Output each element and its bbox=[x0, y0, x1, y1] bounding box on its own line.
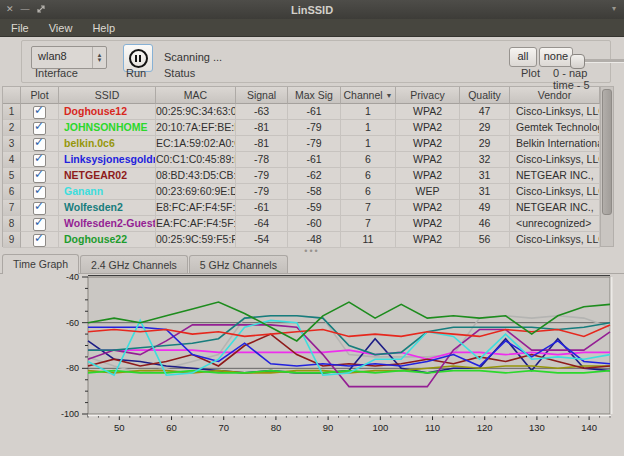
menu-view[interactable]: View bbox=[49, 22, 73, 34]
tab-time-graph[interactable]: Time Graph bbox=[2, 254, 79, 274]
table-row[interactable]: 3✓belkin.0c6EC:1A:59:02:A0:C6-81-791WPA2… bbox=[3, 136, 600, 152]
plot-cell: ✓ bbox=[21, 120, 59, 136]
spinner-arrows-icon[interactable]: ▲▼ bbox=[92, 47, 106, 68]
menu-help[interactable]: Help bbox=[92, 22, 115, 34]
channel-cell: 11 bbox=[341, 232, 396, 248]
quality-cell: 32 bbox=[460, 152, 510, 168]
max-sig-cell: -59 bbox=[288, 200, 341, 216]
table-row[interactable]: 2✓JOHNSONHOME20:10:7A:EF:BE:EF-81-791WPA… bbox=[3, 120, 600, 136]
svg-text:-40: -40 bbox=[66, 274, 79, 282]
splitter-handle[interactable]: ••• bbox=[0, 247, 624, 254]
max-sig-cell: -58 bbox=[288, 184, 341, 200]
svg-text:-80: -80 bbox=[66, 363, 79, 373]
header-mac[interactable]: MAC bbox=[156, 87, 236, 104]
max-sig-cell: -61 bbox=[288, 104, 341, 120]
quality-cell: 47 bbox=[460, 104, 510, 120]
svg-text:-100: -100 bbox=[61, 409, 79, 419]
tab-5ghz-channels[interactable]: 5 GHz Channels bbox=[189, 255, 288, 273]
plot-checkbox[interactable]: ✓ bbox=[33, 186, 46, 199]
plot-checkbox[interactable]: ✓ bbox=[33, 234, 46, 247]
plot-checkbox[interactable]: ✓ bbox=[33, 154, 46, 167]
quality-cell: 31 bbox=[460, 168, 510, 184]
run-label: Run bbox=[126, 67, 146, 79]
plot-none-button[interactable]: none bbox=[539, 47, 573, 67]
channel-cell: 7 bbox=[341, 216, 396, 232]
quality-cell: 29 bbox=[460, 120, 510, 136]
plot-checkbox[interactable]: ✓ bbox=[33, 138, 46, 151]
header-plot[interactable]: Plot bbox=[21, 87, 59, 104]
vendor-cell: Cisco-Linksys, LLC bbox=[510, 104, 600, 120]
svg-text:60: 60 bbox=[166, 422, 177, 433]
mac-cell: 00:25:9C:34:63:06 bbox=[156, 104, 236, 120]
row-number: 4 bbox=[3, 152, 21, 168]
tabbar: Time Graph 2.4 GHz Channels 5 GHz Channe… bbox=[0, 254, 624, 274]
plot-label: Plot bbox=[521, 67, 540, 79]
table-header-row: Plot SSID MAC Signal Max Sig Channel ▼ P… bbox=[3, 87, 600, 104]
menubar: File View Help bbox=[0, 19, 624, 37]
quality-cell: 49 bbox=[460, 200, 510, 216]
header-rownum bbox=[3, 87, 21, 104]
signal-cell: -79 bbox=[236, 184, 288, 200]
tab-24ghz-channels[interactable]: 2.4 GHz Channels bbox=[80, 255, 188, 273]
vendor-cell: NETGEAR INC., bbox=[510, 168, 600, 184]
svg-text:140: 140 bbox=[581, 422, 597, 433]
table-row[interactable]: 1✓Doghouse1200:25:9C:34:63:06-63-611WPA2… bbox=[3, 104, 600, 120]
max-sig-cell: -79 bbox=[288, 136, 341, 152]
ssid-cell: JOHNSONHOME bbox=[59, 120, 156, 136]
sort-desc-icon: ▼ bbox=[386, 92, 393, 99]
header-signal[interactable]: Signal bbox=[236, 87, 288, 104]
table-row[interactable]: 5✓NETGEAR0208:BD:43:D5:CB:03-79-626WPA23… bbox=[3, 168, 600, 184]
table-row[interactable]: 4✓LinksysjonesgoldrouterC0:C1:C0:45:89:F… bbox=[3, 152, 600, 168]
mac-cell: EC:1A:59:02:A0:C6 bbox=[156, 136, 236, 152]
channel-cell: 6 bbox=[341, 184, 396, 200]
plot-checkbox[interactable]: ✓ bbox=[33, 122, 46, 135]
ssid-cell: Wolfesden2 bbox=[59, 200, 156, 216]
header-quality[interactable]: Quality bbox=[460, 87, 510, 104]
privacy-cell: WPA2 bbox=[396, 120, 460, 136]
table-scrollbar[interactable] bbox=[600, 86, 614, 247]
table-row[interactable]: 9✓Doghouse2200:25:9C:59:F5:FC-54-4811WPA… bbox=[3, 232, 600, 248]
plot-checkbox[interactable]: ✓ bbox=[33, 170, 46, 183]
privacy-cell: WPA2 bbox=[396, 216, 460, 232]
table-row[interactable]: 8✓Wolfesden2-GuestEA:FC:AF:F4:5F:F0-64-6… bbox=[3, 216, 600, 232]
plot-checkbox[interactable]: ✓ bbox=[33, 218, 46, 231]
vendor-cell: Cisco-Linksys, LLC bbox=[510, 184, 600, 200]
mac-cell: 20:10:7A:EF:BE:EF bbox=[156, 120, 236, 136]
status-label: Status bbox=[164, 67, 195, 79]
privacy-cell: WPA2 bbox=[396, 168, 460, 184]
interface-value: wlan8 bbox=[32, 47, 92, 68]
signal-cell: -79 bbox=[236, 168, 288, 184]
header-channel[interactable]: Channel ▼ bbox=[341, 87, 396, 104]
menu-file[interactable]: File bbox=[11, 22, 29, 34]
vendor-cell: Belkin International Inc bbox=[510, 136, 600, 152]
privacy-cell: WPA2 bbox=[396, 136, 460, 152]
plot-cell: ✓ bbox=[21, 184, 59, 200]
vendor-cell: Cisco-Linksys, LLC bbox=[510, 232, 600, 248]
svg-text:90: 90 bbox=[323, 422, 334, 433]
interface-select[interactable]: wlan8 ▲▼ bbox=[31, 46, 107, 69]
header-privacy[interactable]: Privacy bbox=[396, 87, 460, 104]
max-sig-cell: -79 bbox=[288, 120, 341, 136]
table-row[interactable]: 7✓Wolfesden2E8:FC:AF:F4:5F:EF-61-597WPA2… bbox=[3, 200, 600, 216]
window-menu-chevron-icon[interactable]: ▾ bbox=[612, 4, 616, 13]
header-ssid[interactable]: SSID bbox=[59, 87, 156, 104]
ssid-cell: Linksysjonesgoldrouter bbox=[59, 152, 156, 168]
row-number: 8 bbox=[3, 216, 21, 232]
header-maxsig[interactable]: Max Sig bbox=[288, 87, 341, 104]
row-number: 3 bbox=[3, 136, 21, 152]
privacy-cell: WPA2 bbox=[396, 232, 460, 248]
vendor-cell: NETGEAR INC., bbox=[510, 200, 600, 216]
ssid-cell: Doghouse12 bbox=[59, 104, 156, 120]
svg-text:110: 110 bbox=[425, 422, 440, 433]
row-number: 6 bbox=[3, 184, 21, 200]
plot-checkbox[interactable]: ✓ bbox=[33, 202, 46, 215]
plot-checkbox[interactable]: ✓ bbox=[33, 106, 46, 119]
plot-all-button[interactable]: all bbox=[509, 47, 537, 67]
table-scrollbar-thumb[interactable] bbox=[602, 89, 612, 215]
signal-cell: -61 bbox=[236, 200, 288, 216]
privacy-cell: WEP bbox=[396, 184, 460, 200]
table-row[interactable]: 6✓Ganann00:23:69:60:9E:DB-79-586WEP31Cis… bbox=[3, 184, 600, 200]
signal-cell: -81 bbox=[236, 120, 288, 136]
plot-cell: ✓ bbox=[21, 168, 59, 184]
svg-text:130: 130 bbox=[529, 422, 545, 433]
